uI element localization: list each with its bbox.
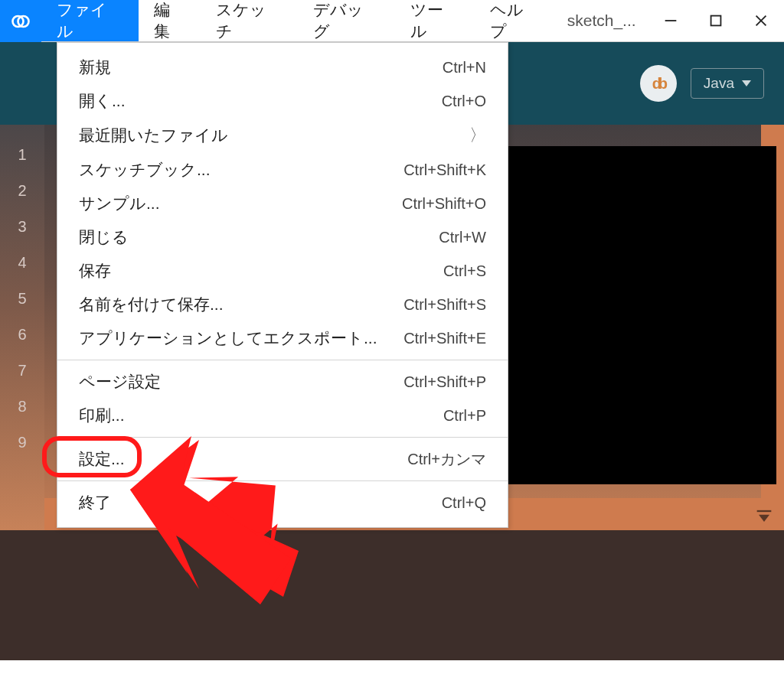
menu-save[interactable]: 保存Ctrl+S bbox=[57, 254, 508, 288]
minimize-button[interactable] bbox=[648, 0, 694, 41]
menu-recent[interactable]: 最近開いたファイル〉 bbox=[57, 118, 508, 153]
line-number: 4 bbox=[18, 254, 26, 272]
item-shortcut: Ctrl+O bbox=[442, 93, 486, 110]
menu-label: ツール bbox=[410, 0, 459, 42]
item-label: アプリケーションとしてエクスポート... bbox=[79, 327, 377, 349]
item-shortcut: Ctrl+Shift+O bbox=[402, 195, 486, 213]
window-title: sketch_... bbox=[555, 0, 648, 41]
item-label: 開く... bbox=[79, 90, 126, 112]
menu-tools[interactable]: ツール bbox=[395, 0, 475, 41]
mode-label: Java bbox=[704, 75, 734, 92]
menu-help[interactable]: ヘルプ bbox=[475, 0, 555, 41]
maximize-button[interactable] bbox=[694, 0, 739, 41]
menu-separator bbox=[57, 360, 508, 360]
line-number: 3 bbox=[18, 218, 26, 236]
line-number: 6 bbox=[18, 326, 26, 344]
menu-close[interactable]: 閉じるCtrl+W bbox=[57, 220, 508, 254]
item-shortcut: Ctrl+N bbox=[443, 59, 486, 77]
line-number: 2 bbox=[18, 182, 26, 200]
menu-file[interactable]: ファイル bbox=[41, 0, 139, 41]
item-label: 印刷... bbox=[79, 405, 125, 426]
line-number: 8 bbox=[18, 398, 26, 415]
item-shortcut: Ctrl+P bbox=[443, 407, 486, 425]
item-label: 新規 bbox=[79, 57, 111, 78]
menu-save-as[interactable]: 名前を付けて保存...Ctrl+Shift+S bbox=[57, 288, 508, 321]
line-number: 1 bbox=[18, 146, 26, 164]
line-number: 9 bbox=[18, 434, 26, 451]
item-shortcut: Ctrl+W bbox=[439, 229, 486, 246]
item-label: サンプル... bbox=[79, 193, 160, 214]
app-icon[interactable] bbox=[0, 0, 41, 42]
menu-examples[interactable]: サンプル...Ctrl+Shift+O bbox=[57, 187, 508, 220]
menu-label: スケッチ bbox=[216, 0, 283, 42]
item-label: 閉じる bbox=[79, 226, 129, 248]
item-label: 保存 bbox=[79, 260, 111, 282]
menu-page-setup[interactable]: ページ設定Ctrl+Shift+P bbox=[57, 365, 508, 399]
item-shortcut: Ctrl+Shift+E bbox=[403, 330, 486, 347]
line-gutter: 1 2 3 4 5 6 7 8 9 bbox=[0, 125, 44, 530]
svg-rect-3 bbox=[711, 16, 721, 26]
chevron-right-icon: 〉 bbox=[469, 124, 486, 147]
chevron-down-icon bbox=[742, 80, 751, 86]
avatar-text: db bbox=[652, 75, 665, 93]
annotation-arrow-icon bbox=[115, 436, 329, 620]
menu-debug[interactable]: デバッグ bbox=[298, 0, 395, 41]
close-button[interactable] bbox=[739, 0, 784, 41]
menu-label: ヘルプ bbox=[490, 0, 540, 42]
menu-label: ファイル bbox=[57, 0, 123, 42]
item-shortcut: Ctrl+S bbox=[443, 262, 486, 280]
item-label: 最近開いたファイル bbox=[79, 125, 228, 146]
menu-print[interactable]: 印刷...Ctrl+P bbox=[57, 399, 508, 432]
item-shortcut: Ctrl+Shift+P bbox=[403, 373, 486, 391]
item-label: スケッチブック... bbox=[79, 159, 211, 181]
item-label: ページ設定 bbox=[79, 371, 161, 392]
item-shortcut: Ctrl+カンマ bbox=[407, 449, 486, 470]
menu-sketch[interactable]: スケッチ bbox=[201, 0, 298, 41]
menu-edit[interactable]: 編集 bbox=[139, 0, 201, 41]
item-shortcut: Ctrl+Shift+S bbox=[403, 296, 486, 314]
menu-export-app[interactable]: アプリケーションとしてエクスポート...Ctrl+Shift+E bbox=[57, 321, 508, 355]
menu-new[interactable]: 新規Ctrl+N bbox=[57, 50, 508, 84]
mode-selector[interactable]: Java bbox=[691, 68, 764, 99]
line-number: 7 bbox=[18, 362, 26, 379]
item-label: 終了 bbox=[79, 492, 111, 513]
menu-label: 編集 bbox=[154, 0, 185, 42]
menu-open[interactable]: 開く...Ctrl+O bbox=[57, 84, 508, 118]
avatar[interactable]: db bbox=[640, 65, 677, 102]
menu-sketchbook[interactable]: スケッチブック...Ctrl+Shift+K bbox=[57, 153, 508, 187]
item-label: 名前を付けて保存... bbox=[79, 294, 224, 315]
menu-label: デバッグ bbox=[313, 0, 380, 42]
menubar: ファイル 編集 スケッチ デバッグ ツール ヘルプ sketch_... bbox=[0, 0, 784, 42]
item-shortcut: Ctrl+Shift+K bbox=[403, 161, 486, 179]
line-number: 5 bbox=[18, 290, 26, 308]
svg-marker-7 bbox=[759, 515, 769, 522]
collapse-icon[interactable] bbox=[753, 506, 775, 527]
item-shortcut: Ctrl+Q bbox=[442, 494, 486, 512]
svg-marker-12 bbox=[130, 436, 291, 604]
